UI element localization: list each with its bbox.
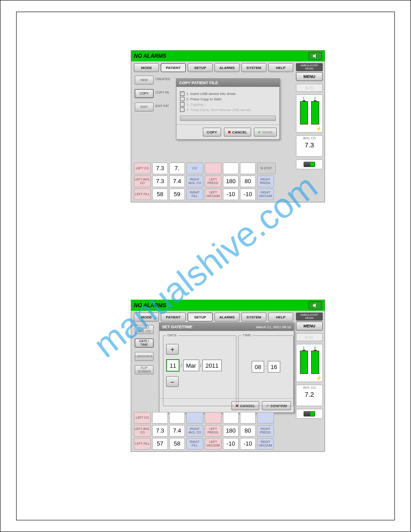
menu-setup[interactable]: SETUP: [188, 63, 213, 72]
grid-cell: [223, 412, 239, 424]
grid-cell: RIGHT AVG. CO: [186, 176, 203, 187]
battery-box: 12 ⚡: [296, 94, 323, 133]
alarm-bar: NO ALARMS: [131, 300, 325, 311]
battery-2-label: 2: [314, 346, 316, 350]
grid-cell: -10: [223, 438, 239, 450]
increment-button[interactable]: +: [166, 344, 179, 355]
power-toggle[interactable]: [296, 159, 323, 169]
time-legend: TIME: [241, 333, 253, 337]
grid-cell: LEFT CO: [134, 163, 151, 174]
side-copy-button[interactable]: COPY: [135, 89, 154, 98]
menu-system[interactable]: SYSTEM: [241, 313, 266, 322]
ambulatory-label: AMBULATORY MODE: [296, 63, 323, 71]
checkbox-icon: [180, 102, 184, 107]
date-legend: DATE: [166, 333, 178, 337]
grid-cell: CO: [186, 163, 203, 174]
grid-cell: LEFT FILL: [134, 438, 151, 450]
side-language-button[interactable]: LANGUAGE: [135, 352, 154, 361]
menu-button[interactable]: MENU: [296, 72, 323, 81]
grid-cell: 7.: [169, 163, 185, 174]
avg-co-label: AVG. CO: [296, 386, 322, 390]
grid-cell: [205, 163, 222, 174]
decrement-button[interactable]: –: [166, 376, 179, 387]
done-button[interactable]: ✔DONE: [254, 128, 277, 137]
battery-2-icon: [311, 351, 319, 374]
step-item: 4. Press Done, then remove USB device.: [180, 107, 276, 112]
grid-cell: 180: [223, 425, 239, 437]
grid-cell: LEFT CO: [134, 412, 151, 424]
speaker-icon[interactable]: [308, 52, 322, 60]
power-toggle[interactable]: [296, 409, 323, 419]
step-text: 1. Insert USB device into driver.: [186, 92, 236, 96]
grid-cell: 7.3: [152, 176, 168, 187]
menu-patient[interactable]: PATIENT: [161, 63, 186, 72]
screenshot-copy-patient: NO ALARMS MODEPATIENTSETUPALARMSSYSTEMHE…: [131, 50, 325, 202]
grid-cell: 57: [152, 438, 168, 450]
dialog-title: COPY PATIENT FILE: [179, 81, 218, 85]
menu-alarms[interactable]: ALARMS: [214, 63, 240, 72]
menu-help[interactable]: HELP: [268, 63, 293, 72]
grid-cell: -10: [240, 438, 256, 450]
grid-cell: 7.4: [169, 425, 185, 437]
step-item: 1. Insert USB device into driver.: [180, 91, 276, 96]
side-edit-button[interactable]: EDIT: [135, 103, 154, 112]
creates-label: CREATES: [155, 77, 170, 81]
battery-1-icon: [300, 101, 308, 124]
avg-co-box: AVG. CO 7.2: [296, 385, 323, 406]
battery-1-label: 1: [303, 346, 304, 350]
grid-cell: [205, 412, 222, 424]
ambulatory-label: AMBULATORY MODE: [296, 313, 323, 321]
grid-cell: RIGHT FILL: [186, 438, 203, 450]
check-icon: ✔: [258, 130, 261, 134]
dialog-timestamp: March 11, 2011 08:16: [256, 325, 291, 329]
avg-co-box: AVG. CO 7.3: [296, 135, 323, 157]
copy-button[interactable]: COPY: [203, 128, 221, 137]
hour-field[interactable]: 08: [252, 361, 264, 373]
date-fieldset: DATE + 11 / Mar / 2011 –: [163, 335, 236, 406]
battery-1-label: 1: [303, 96, 304, 100]
grid-cell: 58: [152, 189, 168, 200]
cancel-button[interactable]: ✖CANCEL: [224, 128, 251, 137]
grid-cell: 180: [223, 176, 239, 187]
dialog-title: SET DATE/TIME: [162, 325, 193, 329]
alarm-title: NO ALARMS: [134, 53, 166, 59]
year-field[interactable]: 2011: [202, 360, 222, 371]
speaker-icon[interactable]: [308, 301, 322, 309]
grid-cell: [240, 163, 256, 174]
step-text: 3. Copying...: [186, 103, 206, 107]
step-text: 4. Press Done, then remove USB device.: [186, 108, 252, 112]
side-new-button[interactable]: NEW: [135, 76, 154, 85]
step-text: 2. Press Copy to Start.: [186, 97, 222, 101]
menu-mode[interactable]: MODE: [134, 63, 159, 72]
side-date-time-button[interactable]: DATE / TIME: [135, 339, 154, 348]
grid-cell: [152, 412, 168, 424]
grid-cell: 7.3: [152, 163, 168, 174]
menu-patient[interactable]: PATIENT: [161, 313, 186, 322]
day-field[interactable]: 11: [166, 359, 180, 372]
step-item: 3. Copying...: [180, 102, 276, 107]
grid-cell: [257, 412, 274, 424]
month-field[interactable]: Mar: [183, 360, 199, 371]
grid-cell: LEFT PRESS.: [205, 425, 222, 437]
side-flip-screen-button[interactable]: FLIP SCREEN: [135, 365, 154, 374]
menu-system[interactable]: SYSTEM: [241, 63, 266, 72]
copy-patient-dialog: COPY PATIENT FILE 1. Insert USB device i…: [176, 78, 280, 140]
menu-setup[interactable]: SETUP: [188, 313, 213, 322]
minute-field[interactable]: 16: [268, 361, 280, 373]
svg-marker-0: [313, 54, 316, 58]
menu-help[interactable]: HELP: [268, 313, 293, 322]
battery-2-icon: [311, 101, 319, 124]
battery-2-label: 2: [314, 96, 316, 100]
copy-label: COPY PA: [155, 91, 169, 94]
menu-button[interactable]: MENU: [296, 322, 323, 330]
alarm-title: NO ALARMS: [134, 302, 166, 309]
side-reset-avg-co-button[interactable]: RESET AVG. CO: [135, 325, 154, 334]
avg-co-value: 7.3: [296, 141, 322, 149]
grid-cell: -10: [223, 189, 239, 200]
transfer-indicator: ▷▢: [296, 333, 323, 341]
grid-cell: LEFT VACUUM: [205, 438, 222, 450]
menu-alarms[interactable]: ALARMS: [214, 313, 240, 322]
menu-mode[interactable]: MODE: [134, 313, 159, 322]
grid-cell: [186, 412, 203, 424]
time-fieldset: TIME 08 : 16: [238, 335, 294, 406]
